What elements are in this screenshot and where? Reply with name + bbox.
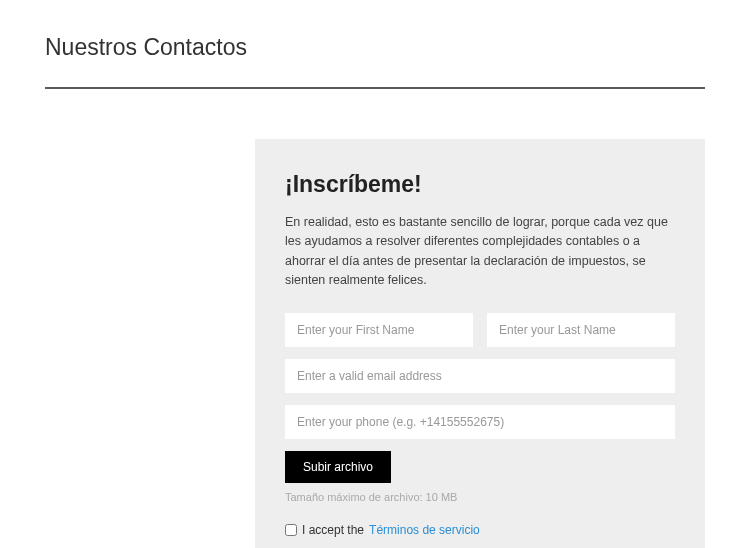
accept-terms-checkbox[interactable]: [285, 524, 297, 536]
last-name-field[interactable]: [487, 313, 675, 347]
upload-file-button[interactable]: Subir archivo: [285, 451, 391, 483]
page-title: Nuestros Contactos: [45, 30, 705, 65]
email-field[interactable]: [285, 359, 675, 393]
name-row: [285, 313, 675, 347]
signup-form-panel: ¡Inscríbeme! En realidad, esto es bastan…: [255, 139, 705, 549]
form-title: ¡Inscríbeme!: [285, 167, 675, 202]
upload-hint: Tamaño máximo de archivo: 10 MB: [285, 489, 675, 506]
accept-terms-label: I accept the: [302, 521, 364, 539]
form-description: En realidad, esto es bastante sencillo d…: [285, 213, 675, 291]
first-name-field[interactable]: [285, 313, 473, 347]
section-divider: [45, 87, 705, 89]
phone-field[interactable]: [285, 405, 675, 439]
accept-terms-row[interactable]: I accept the Términos de servicio: [285, 521, 675, 539]
terms-of-service-link[interactable]: Términos de servicio: [369, 521, 480, 539]
